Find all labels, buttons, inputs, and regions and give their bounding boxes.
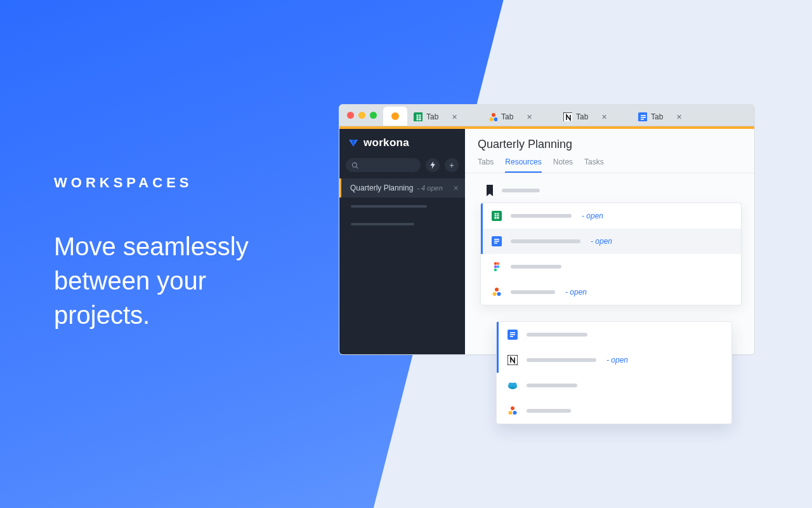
resources-pane: - open - open: [465, 173, 754, 331]
resource-row[interactable]: - open: [497, 347, 731, 373]
maximize-window-icon[interactable]: [370, 112, 377, 119]
brand-name: workona: [363, 137, 409, 149]
resource-group: - open - open: [480, 203, 742, 305]
section-title-placeholder: [502, 189, 540, 192]
browser-tab-bar: Tab ✕ Tab ✕ Tab ✕ Tab ✕: [339, 105, 754, 126]
open-badge: - open: [591, 237, 612, 246]
workona-logo-icon: [348, 138, 358, 148]
open-badge: - open: [582, 211, 603, 220]
tab-tasks[interactable]: Tasks: [584, 157, 604, 173]
asana-icon: [488, 112, 497, 121]
close-tab-icon[interactable]: ✕: [452, 113, 457, 121]
sidebar-toolbar: ＋: [339, 156, 465, 178]
sidebar-workspace-quarterly-planning[interactable]: Quarterly Planning - 4 open ✕: [339, 178, 465, 197]
minimize-window-icon[interactable]: [358, 112, 365, 119]
figma-icon: [492, 262, 502, 272]
asana-icon: [492, 287, 502, 297]
bookmark-icon: [485, 185, 494, 196]
app-body: workona ＋ Quarterly Planning - 4 open ✕: [339, 129, 754, 354]
workspace-main: Quarterly Planning Tabs Resources Notes …: [465, 129, 754, 354]
sheets-icon: [414, 112, 422, 121]
title-placeholder: [527, 409, 571, 413]
docs-icon: [638, 112, 647, 121]
brand: workona: [339, 129, 465, 156]
browser-tab-notion[interactable]: Tab ✕: [558, 108, 632, 126]
window-controls: [344, 105, 382, 126]
asana-icon: [508, 406, 518, 416]
workona-dot-icon: [391, 112, 399, 120]
notion-icon: [508, 355, 518, 365]
quick-action-button[interactable]: [426, 158, 440, 172]
title-placeholder: [527, 333, 587, 337]
browser-tab-workona[interactable]: [383, 107, 407, 126]
search-input[interactable]: [346, 158, 421, 172]
browser-tab-sheets[interactable]: Tab ✕: [409, 108, 482, 126]
tab-notes[interactable]: Notes: [553, 157, 573, 173]
tab-resources[interactable]: Resources: [505, 157, 541, 173]
close-tab-icon[interactable]: ✕: [676, 113, 682, 121]
bolt-icon: [430, 161, 436, 169]
add-workspace-button[interactable]: ＋: [445, 158, 459, 172]
sidebar-placeholder-line: [351, 205, 427, 208]
search-icon: [351, 162, 358, 169]
notion-icon: [563, 112, 572, 121]
svg-line-25: [357, 166, 358, 168]
workspace-name: Quarterly Planning: [350, 184, 413, 192]
browser-tab-docs[interactable]: Tab ✕: [633, 108, 707, 126]
title-placeholder: [527, 384, 577, 387]
title-placeholder: [511, 290, 555, 294]
browser-tab-asana[interactable]: Tab ✕: [483, 108, 557, 126]
close-workspace-icon[interactable]: ✕: [453, 184, 459, 192]
title-placeholder: [511, 265, 561, 269]
promo-stage: WORKSPACES Move seamlessly between your …: [0, 0, 812, 508]
docs-icon: [508, 330, 518, 340]
eyebrow-text: WORKSPACES: [54, 175, 249, 191]
marketing-copy: WORKSPACES Move seamlessly between your …: [54, 175, 249, 332]
resource-row[interactable]: [497, 322, 731, 347]
workona-sidebar: workona ＋ Quarterly Planning - 4 open ✕: [339, 129, 465, 354]
close-tab-icon[interactable]: ✕: [601, 113, 607, 121]
resources-section-header: [478, 181, 742, 203]
workspace-open-count: - 4 open: [417, 184, 442, 192]
workspace-sub-tabs: Tabs Resources Notes Tasks: [465, 155, 754, 173]
resource-row[interactable]: [497, 373, 731, 398]
sheets-icon: [492, 211, 502, 221]
page-title: Quarterly Planning: [465, 129, 754, 155]
resource-row[interactable]: - open: [481, 203, 741, 229]
resource-row[interactable]: - open: [481, 279, 741, 305]
title-placeholder: [511, 214, 572, 218]
resource-row[interactable]: [481, 254, 741, 279]
salesforce-icon: [508, 380, 518, 391]
close-tab-icon[interactable]: ✕: [527, 113, 532, 121]
close-window-icon[interactable]: [347, 112, 354, 119]
resource-row[interactable]: [497, 398, 731, 424]
open-badge: - open: [565, 288, 587, 297]
tab-tabs[interactable]: Tabs: [478, 157, 494, 173]
headline-text: Move seamlessly between your projects.: [54, 229, 249, 332]
resource-row[interactable]: - open: [481, 229, 741, 254]
resource-group: - open: [496, 321, 732, 424]
title-placeholder: [527, 358, 596, 362]
open-badge: - open: [606, 356, 628, 364]
docs-icon: [492, 236, 502, 246]
browser-window: Tab ✕ Tab ✕ Tab ✕ Tab ✕: [339, 104, 755, 355]
title-placeholder: [511, 239, 580, 243]
svg-point-24: [352, 163, 357, 167]
sidebar-placeholder-line: [351, 223, 414, 225]
